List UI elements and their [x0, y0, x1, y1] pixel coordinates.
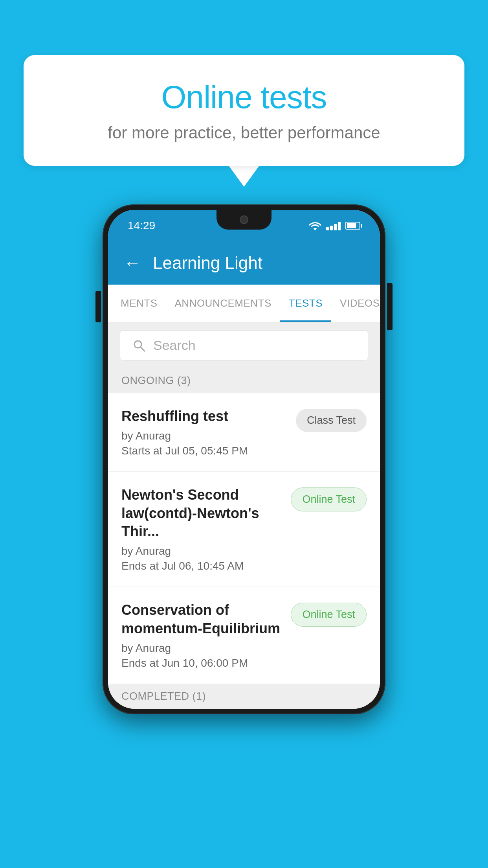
- test-author-1: by Anurag: [121, 430, 288, 442]
- phone-screen: 14:29: [108, 210, 380, 709]
- bubble-subtitle: for more practice, better performance: [55, 123, 433, 142]
- wifi-icon: [309, 221, 321, 230]
- test-title-3: Conservation of momentum-Equilibrium: [121, 601, 283, 638]
- test-info-2: Newton's Second law(contd)-Newton's Thir…: [121, 486, 283, 572]
- test-time-1: Starts at Jul 05, 05:45 PM: [121, 445, 288, 457]
- test-time-2: Ends at Jul 06, 10:45 AM: [121, 560, 283, 572]
- test-badge-3: Online Test: [291, 603, 367, 627]
- search-icon: [132, 338, 146, 353]
- tabs-bar: MENTS ANNOUNCEMENTS TESTS VIDEOS: [108, 285, 380, 322]
- phone-outer: 14:29: [103, 204, 385, 714]
- search-bar[interactable]: Search: [120, 330, 368, 360]
- bubble-arrow: [228, 165, 260, 187]
- tab-videos[interactable]: VIDEOS: [331, 285, 380, 322]
- ongoing-section-header: ONGOING (3): [108, 368, 380, 393]
- test-author-2: by Anurag: [121, 545, 283, 557]
- svg-line-1: [141, 347, 145, 351]
- test-badge-1: Class Test: [296, 409, 367, 432]
- bubble-title: Online tests: [55, 79, 433, 116]
- app-header: ← Learning Light: [108, 241, 380, 285]
- test-item-2[interactable]: Newton's Second law(contd)-Newton's Thir…: [108, 472, 380, 587]
- test-badge-2: Online Test: [291, 487, 367, 511]
- battery-icon: [345, 222, 360, 230]
- tab-tests[interactable]: TESTS: [280, 285, 331, 322]
- battery-fill: [347, 223, 356, 228]
- test-time-3: Ends at Jun 10, 06:00 PM: [121, 657, 283, 669]
- test-item-1[interactable]: Reshuffling test by Anurag Starts at Jul…: [108, 393, 380, 472]
- completed-title: COMPLETED (1): [121, 690, 367, 702]
- test-list: Reshuffling test by Anurag Starts at Jul…: [108, 393, 380, 684]
- camera-dot: [240, 215, 248, 224]
- completed-section-header: COMPLETED (1): [108, 684, 380, 709]
- notch: [216, 210, 272, 230]
- speech-bubble: Online tests for more practice, better p…: [24, 55, 464, 166]
- test-item-3[interactable]: Conservation of momentum-Equilibrium by …: [108, 587, 380, 684]
- test-author-3: by Anurag: [121, 642, 283, 655]
- test-info-3: Conservation of momentum-Equilibrium by …: [121, 601, 283, 669]
- tab-announcements[interactable]: ANNOUNCEMENTS: [166, 285, 280, 322]
- signal-bars-icon: [326, 221, 341, 230]
- phone-mockup: 14:29: [103, 204, 385, 714]
- search-placeholder: Search: [153, 338, 196, 353]
- app-title: Learning Light: [153, 253, 262, 273]
- status-time: 14:29: [128, 219, 155, 232]
- test-title-2: Newton's Second law(contd)-Newton's Thir…: [121, 486, 283, 541]
- speech-bubble-section: Online tests for more practice, better p…: [24, 55, 464, 187]
- test-title-1: Reshuffling test: [121, 407, 288, 426]
- status-icons: [309, 221, 360, 230]
- ongoing-title: ONGOING (3): [121, 375, 367, 387]
- status-bar: 14:29: [108, 210, 380, 241]
- back-button[interactable]: ←: [124, 254, 141, 272]
- test-info-1: Reshuffling test by Anurag Starts at Jul…: [121, 407, 288, 457]
- tab-ments[interactable]: MENTS: [112, 285, 166, 322]
- search-container: Search: [108, 322, 380, 368]
